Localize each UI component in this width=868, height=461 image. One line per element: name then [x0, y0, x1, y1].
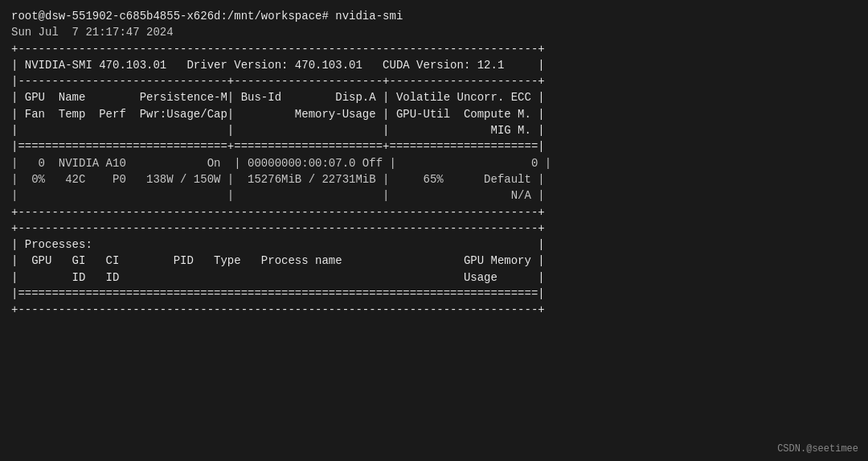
- processes-eq: |=======================================…: [11, 286, 857, 302]
- gpu0-line2: | 0% 42C P0 138W / 150W | 15276MiB / 227…: [11, 171, 857, 187]
- header2-line: | Fan Temp Perf Pwr:Usage/Cap| Memory-Us…: [11, 106, 857, 122]
- processes-header2: | GPU GI CI PID Type Process name GPU Me…: [11, 253, 857, 269]
- divider-bottom: +---------------------------------------…: [11, 204, 857, 220]
- date-line: Sun Jul 7 21:17:47 2024: [11, 24, 857, 40]
- header3-line: | | | MIG M. |: [11, 122, 857, 138]
- processes-header-top: +---------------------------------------…: [11, 220, 857, 237]
- processes-line: | Processes: |: [11, 237, 857, 253]
- watermark-label: CSDN.@seetimee: [777, 443, 858, 455]
- gpu0-line3: | | | N/A |: [11, 187, 857, 204]
- terminal-window: root@dsw-551902-c685b4855-x626d:/mnt/wor…: [11, 8, 857, 453]
- prompt-line: root@dsw-551902-c685b4855-x626d:/mnt/wor…: [11, 8, 857, 24]
- divider-eq: |===============================+=======…: [11, 138, 857, 154]
- gpu0-line1: | 0 NVIDIA A10 On | 00000000:00:07.0 Off…: [11, 155, 857, 171]
- header1-line: | GPU Name Persistence-M| Bus-Id Disp.A …: [11, 89, 857, 105]
- processes-empty: +---------------------------------------…: [11, 302, 857, 318]
- smi-version-line: | NVIDIA-SMI 470.103.01 Driver Version: …: [11, 57, 857, 73]
- divider-top: +---------------------------------------…: [11, 41, 857, 57]
- processes-header3: | ID ID Usage |: [11, 270, 857, 286]
- divider-mid: |-------------------------------+-------…: [11, 73, 857, 89]
